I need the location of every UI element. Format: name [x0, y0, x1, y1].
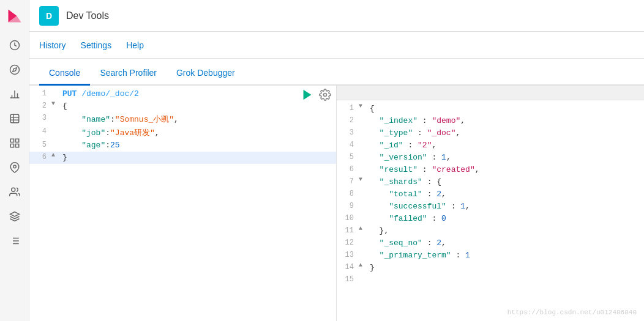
- settings-button[interactable]: [319, 88, 331, 101]
- editor-line-1: 1 PUT /demo/_doc/2: [29, 88, 336, 100]
- right-response-pane: 1 ▼ { 2 "_index" : "demo", 3 "_type" : "…: [337, 86, 644, 321]
- left-editor-pane: 1 PUT /demo/_doc/2 2 ▼ { 3 "name":"Somnu…: [29, 86, 337, 321]
- nav-settings[interactable]: Settings: [81, 33, 112, 57]
- clock-icon[interactable]: [4, 34, 26, 56]
- map-pin-icon[interactable]: [4, 157, 26, 179]
- svg-point-18: [11, 188, 15, 191]
- sidebar: [0, 0, 29, 321]
- svg-point-27: [324, 94, 327, 97]
- response-code: 1 ▼ { 2 "_index" : "demo", 3 "_type" : "…: [337, 100, 644, 289]
- tab-bar: Console Search Profiler Grok Debugger: [29, 59, 644, 86]
- run-button[interactable]: [301, 88, 314, 101]
- grid-icon[interactable]: [4, 132, 26, 154]
- svg-marker-4: [12, 68, 16, 72]
- svg-rect-13: [10, 139, 13, 142]
- editor-line-5: 5 "age":25: [29, 139, 336, 152]
- resp-line-10: 10 "failed" : 0: [337, 213, 644, 225]
- bar-chart-icon[interactable]: [4, 83, 26, 105]
- svg-rect-15: [10, 144, 13, 147]
- editor-code: 1 PUT /demo/_doc/2 2 ▼ { 3 "name":"Somnu…: [29, 86, 336, 321]
- svg-point-17: [13, 165, 16, 168]
- svg-rect-16: [15, 144, 18, 147]
- resp-line-7: 7 ▼ "_shards" : {: [337, 176, 644, 188]
- resp-line-8: 8 "total" : 2,: [337, 188, 644, 201]
- app-title: Dev Tools: [66, 10, 109, 21]
- editor-line-6: 6 ▲ }: [29, 152, 336, 164]
- editor-line-2: 2 ▼ {: [29, 100, 336, 113]
- resp-line-14: 14 ▲ }: [337, 262, 644, 274]
- resp-line-2: 2 "_index" : "demo",: [337, 115, 644, 127]
- list-icon[interactable]: [4, 230, 26, 252]
- response-header: [337, 86, 644, 100]
- resp-line-5: 5 "_version" : 1,: [337, 152, 644, 164]
- resp-line-4: 4 "_id" : "2",: [337, 139, 644, 152]
- watermark: https://blog.csdn.net/u012486840: [507, 309, 637, 316]
- svg-marker-26: [304, 90, 312, 100]
- app-header: D Dev Tools: [29, 0, 644, 32]
- navbar: History Settings Help: [29, 32, 644, 59]
- compass-icon[interactable]: [4, 59, 26, 81]
- resp-line-13: 13 "_primary_term" : 1: [337, 249, 644, 262]
- svg-rect-14: [15, 139, 18, 142]
- resp-line-3: 3 "_type" : "_doc",: [337, 127, 644, 139]
- editor-area: 1 PUT /demo/_doc/2 2 ▼ { 3 "name":"Somnu…: [29, 86, 644, 321]
- editor-line-3: 3 "name":"Somnus_小凯",: [29, 113, 336, 126]
- table-icon[interactable]: [4, 108, 26, 130]
- svg-rect-9: [10, 114, 19, 123]
- tab-search-profiler[interactable]: Search Profiler: [90, 62, 167, 86]
- main-content: D Dev Tools History Settings Help Consol…: [29, 0, 644, 321]
- resp-line-11: 11 ▲ },: [337, 225, 644, 237]
- editor-line-4: 4 "job":"Java研发",: [29, 126, 336, 139]
- nav-history[interactable]: History: [39, 33, 66, 57]
- svg-point-3: [10, 65, 19, 75]
- nav-help[interactable]: Help: [126, 33, 144, 57]
- layers-icon[interactable]: [4, 205, 26, 227]
- users-icon[interactable]: [4, 181, 26, 203]
- resp-line-9: 9 "successful" : 1,: [337, 201, 644, 213]
- resp-line-6: 6 "result" : "created",: [337, 164, 644, 176]
- tab-grok-debugger[interactable]: Grok Debugger: [167, 62, 245, 86]
- resp-line-15: 15: [337, 274, 644, 286]
- kibana-logo-icon[interactable]: [4, 5, 26, 27]
- tab-console[interactable]: Console: [39, 62, 90, 86]
- svg-marker-19: [10, 212, 19, 217]
- resp-line-12: 12 "_seq_no" : 2,: [337, 237, 644, 249]
- app-icon: D: [39, 6, 59, 26]
- resp-line-1: 1 ▼ {: [337, 103, 644, 115]
- editor-toolbar: [301, 88, 331, 101]
